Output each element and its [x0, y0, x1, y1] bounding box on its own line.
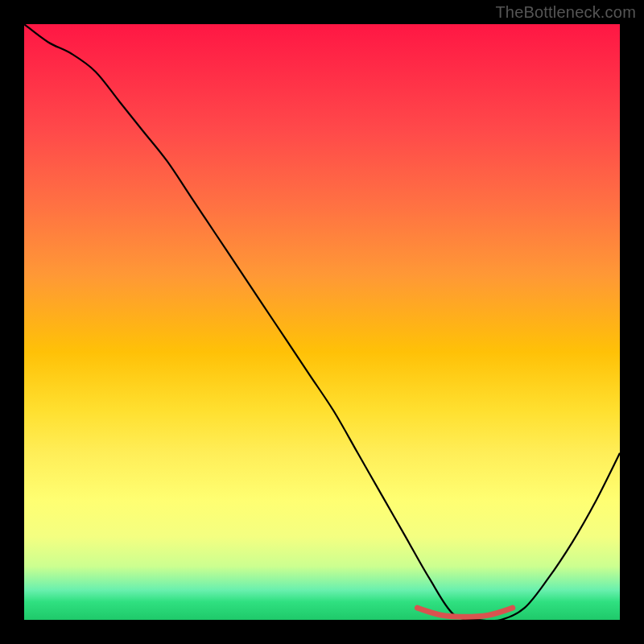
watermark-text: TheBottleneck.com	[495, 3, 636, 22]
optimal-segment-path	[417, 608, 512, 617]
bottleneck-curve-path	[24, 24, 620, 620]
chart-svg	[24, 24, 620, 620]
chart-frame: TheBottleneck.com	[0, 0, 644, 644]
plot-area	[24, 24, 620, 620]
